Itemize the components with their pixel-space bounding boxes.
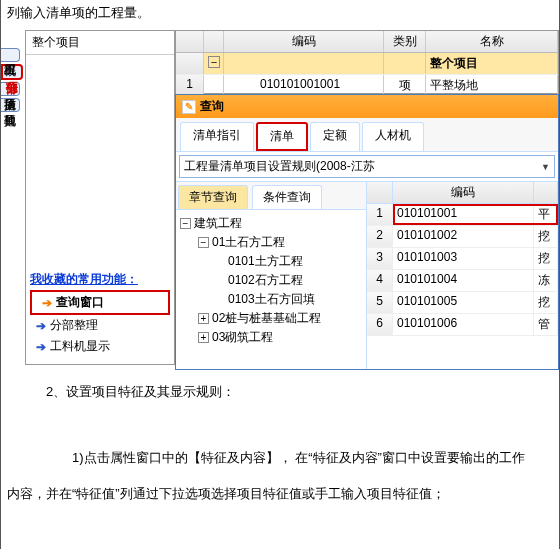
query-main-tabs: 清单指引 清单 定额 人材机 [176, 118, 558, 152]
sub-tabs: 章节查询 条件查询 [176, 182, 366, 210]
vertical-tabs: 工程概况 分部分项 措施项目 其他项目 [1, 48, 25, 114]
table-row[interactable]: 6010101006管 [367, 314, 558, 336]
vtab-section[interactable]: 分部分项 [1, 64, 23, 80]
fav-label: 查询窗口 [56, 294, 104, 311]
vtab-overview[interactable]: 工程概况 [1, 48, 20, 62]
vtab-measure[interactable]: 措施项目 [1, 82, 20, 96]
expand-icon[interactable]: + [198, 332, 209, 343]
table-row[interactable]: 2010101002挖 [367, 226, 558, 248]
col-code: 编码 [224, 31, 384, 52]
table-row[interactable]: 5010101005挖 [367, 292, 558, 314]
tab-material[interactable]: 人材机 [362, 122, 424, 151]
col-name: 名称 [426, 31, 558, 52]
chevron-down-icon: ▼ [541, 162, 550, 172]
table-row[interactable]: − 整个项目 [176, 53, 558, 75]
subtab-chapter[interactable]: 章节查询 [178, 185, 248, 209]
expand-icon[interactable]: + [198, 313, 209, 324]
query-panel: ✎ 查询 清单指引 清单 定额 人材机 工程量清单项目设置规则(2008-江苏 … [175, 94, 559, 370]
tree-leaf[interactable]: 0103土石方回填 [228, 292, 315, 306]
body-text: 2、设置项目特征及其显示规则： 1)点击属性窗口中的【特征及内容】， 在“特征及… [1, 370, 559, 549]
col-code: 编码 [393, 182, 534, 203]
rule-text: 工程量清单项目设置规则(2008-江苏 [184, 158, 375, 175]
query-left: 章节查询 条件查询 −建筑工程 −01土石方工程 0101土方工程 0102石方… [176, 182, 367, 370]
fav-label: 分部整理 [50, 317, 98, 334]
collapse-icon: − [208, 56, 220, 68]
arrow-icon: ➔ [36, 340, 46, 354]
table-row[interactable]: 4010101004冻 [367, 270, 558, 292]
fav-label: 工料机显示 [50, 338, 110, 355]
arrow-icon: ➔ [36, 319, 46, 333]
chapter-tree[interactable]: −建筑工程 −01土石方工程 0101土方工程 0102石方工程 0103土石方… [176, 210, 366, 370]
tab-quota[interactable]: 定额 [310, 122, 360, 151]
tree-leaf[interactable]: 0102石方工程 [228, 273, 303, 287]
col-type: 类别 [384, 31, 426, 52]
search-icon: ✎ [182, 100, 196, 114]
subtab-condition[interactable]: 条件查询 [252, 185, 322, 209]
tab-list-guide[interactable]: 清单指引 [180, 122, 254, 151]
query-right: 编码 1010101001平2010101002挖3010101003挖4010… [367, 182, 558, 370]
query-title-text: 查询 [200, 98, 224, 115]
project-tree-title: 整个项目 [26, 31, 174, 55]
collapse-icon[interactable]: − [198, 237, 209, 248]
collapse-icon[interactable]: − [180, 218, 191, 229]
fav-material-display[interactable]: ➔ 工料机显示 [26, 336, 174, 357]
tree-leaf[interactable]: 0101土方工程 [228, 254, 303, 268]
project-tree-panel: 整个项目 我收藏的常用功能： ➔ 查询窗口 ➔ 分部整理 ➔ 工料机显示 [25, 30, 175, 365]
query-titlebar: ✎ 查询 [176, 95, 558, 118]
favorites-header: 我收藏的常用功能： [26, 265, 174, 290]
tab-list[interactable]: 清单 [256, 122, 308, 151]
result-grid-header: 编码 [367, 182, 558, 204]
intro-text: 列输入清单项的工程量。 [1, 0, 559, 30]
fav-section-sort[interactable]: ➔ 分部整理 [26, 315, 174, 336]
result-grid[interactable]: 1010101001平2010101002挖3010101003挖4010101… [367, 204, 558, 370]
table-row[interactable]: 3010101003挖 [367, 248, 558, 270]
fav-query-window[interactable]: ➔ 查询窗口 [30, 290, 170, 315]
upper-grid: 编码 类别 名称 − 整个项目 1 010101001001 项 平整场地 [175, 30, 559, 94]
vtab-other[interactable]: 其他项目 [1, 98, 20, 112]
screenshot-region: 工程概况 分部分项 措施项目 其他项目 整个项目 我收藏的常用功能： ➔ 查询窗… [1, 30, 559, 370]
arrow-icon: ➔ [42, 296, 52, 310]
rule-dropdown[interactable]: 工程量清单项目设置规则(2008-江苏 ▼ [179, 155, 555, 178]
table-row[interactable]: 1010101001平 [367, 204, 558, 226]
upper-grid-header: 编码 类别 名称 [176, 31, 558, 53]
